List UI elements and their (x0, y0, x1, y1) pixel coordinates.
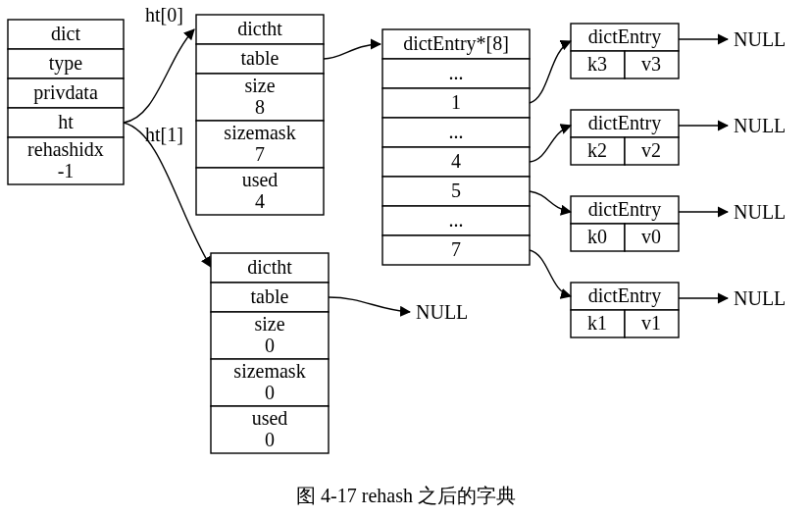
dictht0-sm-l: sizemask (224, 122, 295, 143)
bucket-row-2: ... (449, 121, 464, 142)
dict-rehash-label: rehashidx (27, 138, 104, 160)
entry-1: dictEntry k2 v2 (571, 110, 679, 165)
e0-null: NULL (734, 28, 786, 50)
entry1-val: v2 (641, 139, 661, 161)
e3-null: NULL (734, 287, 786, 309)
dictht0-struct: dictht table size 8 sizemask 7 used 4 (196, 15, 324, 215)
edge-dictht1-table (329, 297, 410, 312)
bucket-row-4: 5 (451, 180, 461, 201)
dictht0-sm-v: 7 (255, 143, 265, 165)
bucket-row-3: 4 (451, 150, 461, 172)
edge-dictht0-table (324, 44, 381, 59)
dict-field-type: type (49, 52, 83, 75)
entry2-val: v0 (641, 226, 661, 247)
dictht1-used-l: used (252, 407, 288, 429)
dict-field-privdata: privdata (33, 81, 98, 104)
edge-b4-e1 (530, 126, 571, 162)
bucket-row-1: 1 (451, 91, 461, 113)
dictht1-title: dictht (247, 256, 292, 278)
dictht1-table: table (251, 285, 289, 307)
dictht1-size-l: size (254, 313, 284, 335)
bucket-array: dictEntry*[8] ... 1 ... 4 5 ... 7 (382, 29, 530, 265)
entry-3: dictEntry k1 v1 (571, 283, 679, 337)
ht0-label: ht[0] (145, 4, 183, 26)
entry1-key: k2 (587, 139, 607, 161)
entry3-val: v1 (641, 312, 661, 334)
dict-rehash-value: -1 (58, 160, 75, 181)
edge-b5-e2 (530, 191, 571, 212)
dictht0-used-l: used (242, 169, 279, 190)
bucket-header: dictEntry*[8] (403, 32, 509, 55)
edge-b7-e3 (530, 250, 571, 296)
entry3-key: k1 (587, 312, 607, 334)
dictht0-table: table (241, 47, 279, 69)
entry-0: dictEntry k3 v3 (571, 24, 679, 78)
entry1-title: dictEntry (588, 112, 661, 134)
ht1-label: ht[1] (145, 124, 183, 145)
dictht0-used-v: 4 (255, 190, 265, 212)
entry0-title: dictEntry (588, 26, 661, 48)
figure-caption: 图 4-17 rehash 之后的字典 (296, 485, 516, 506)
entry3-title: dictEntry (588, 284, 661, 307)
entry0-key: k3 (587, 53, 607, 75)
bucket-row-6: 7 (451, 238, 461, 260)
edge-b1-e0 (530, 41, 571, 103)
dictht0-size-l: size (244, 75, 275, 96)
bucket-row-5: ... (449, 209, 464, 231)
dictht0-title: dictht (237, 18, 282, 39)
entry2-title: dictEntry (588, 198, 661, 221)
edge-ht0 (124, 29, 194, 123)
dict-title: dict (51, 23, 80, 44)
dict-field-ht: ht (58, 111, 74, 132)
dictht1-struct: dictht table size 0 sizemask 0 used 0 (211, 253, 329, 453)
e2-null: NULL (734, 201, 786, 223)
ht1-null: NULL (416, 301, 468, 323)
dictht1-size-v: 0 (265, 335, 275, 356)
dictht1-sm-v: 0 (265, 382, 275, 403)
bucket-row-0: ... (449, 62, 464, 83)
dictht0-size-v: 8 (255, 96, 265, 118)
dict-struct: dict type privdata ht rehashidx -1 (8, 20, 124, 184)
entry-2: dictEntry k0 v0 (571, 196, 679, 251)
dictht1-sm-l: sizemask (233, 360, 305, 382)
e1-null: NULL (734, 115, 786, 136)
entry2-key: k0 (587, 226, 607, 247)
entry0-val: v3 (641, 53, 661, 75)
dictht1-used-v: 0 (265, 429, 275, 450)
